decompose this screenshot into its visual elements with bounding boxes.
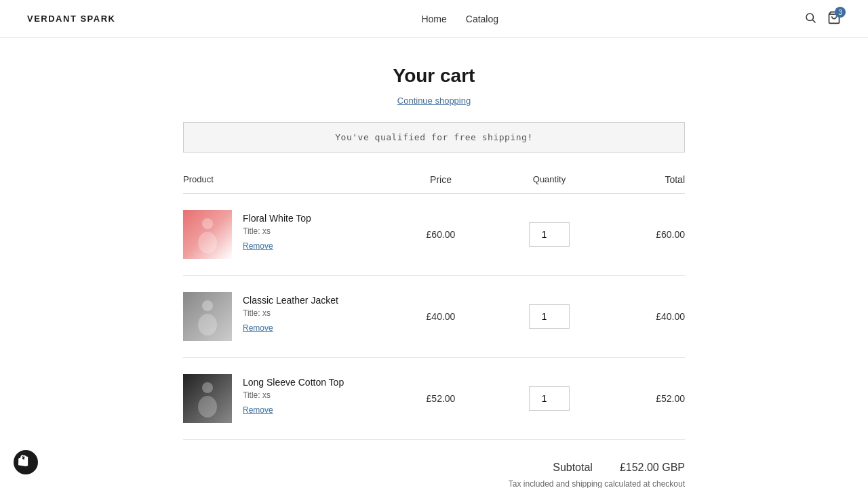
- quantity-input[interactable]: [529, 386, 570, 411]
- product-cell: Long Sleeve Cotton Top Title: xs Remove: [183, 374, 387, 423]
- product-price: £60.00: [387, 229, 495, 240]
- continue-shopping-anchor[interactable]: Continue shopping: [397, 96, 471, 106]
- page-title: Your cart: [183, 65, 685, 87]
- shopify-badge[interactable]: [14, 450, 38, 474]
- nav-catalog[interactable]: Catalog: [466, 14, 498, 24]
- svg-point-7: [202, 300, 213, 311]
- product-quantity-cell: [495, 386, 604, 411]
- col-header-total: Total: [604, 174, 685, 185]
- cart-rows: Floral White Top Title: xs Remove £60.00…: [183, 194, 685, 440]
- svg-point-0: [806, 14, 814, 21]
- remove-button[interactable]: Remove: [243, 241, 311, 251]
- col-header-price: Price: [387, 174, 495, 185]
- col-header-product: Product: [183, 174, 387, 185]
- product-info: Classic Leather Jacket Title: xs Remove: [243, 292, 338, 333]
- quantity-input[interactable]: [529, 304, 570, 329]
- free-shipping-banner: You've qualified for free shipping!: [183, 122, 685, 152]
- svg-point-10: [202, 382, 213, 393]
- product-variant: Title: xs: [243, 308, 338, 318]
- svg-point-11: [198, 396, 217, 418]
- cart-row: Classic Leather Jacket Title: xs Remove …: [183, 276, 685, 358]
- product-total: £52.00: [604, 393, 685, 404]
- product-image: [183, 210, 232, 259]
- cart-page: Your cart Continue shopping You've quali…: [170, 38, 698, 488]
- cart-icon[interactable]: 3: [827, 11, 841, 26]
- product-image: [183, 374, 232, 423]
- svg-point-5: [198, 232, 217, 253]
- tax-note: Tax included and shipping calculated at …: [183, 479, 685, 488]
- search-icon[interactable]: [804, 12, 816, 26]
- quantity-input[interactable]: [529, 222, 570, 247]
- cart-row: Floral White Top Title: xs Remove £60.00…: [183, 194, 685, 276]
- product-total: £40.00: [604, 311, 685, 322]
- product-cell: Classic Leather Jacket Title: xs Remove: [183, 292, 387, 341]
- product-variant: Title: xs: [243, 390, 344, 400]
- product-name: Floral White Top: [243, 213, 311, 224]
- cart-summary: Subtotal £152.00 GBP Tax included and sh…: [183, 462, 685, 488]
- site-header: VERDANT SPARK Home Catalog 3: [0, 0, 868, 38]
- cart-table-header: Product Price Quantity Total: [183, 174, 685, 194]
- header-icons: 3: [804, 11, 841, 26]
- cart-row: Long Sleeve Cotton Top Title: xs Remove …: [183, 358, 685, 440]
- main-nav: Home Catalog: [421, 14, 498, 24]
- product-variant: Title: xs: [243, 226, 311, 236]
- product-cell: Floral White Top Title: xs Remove: [183, 210, 387, 259]
- continue-shopping-link: Continue shopping: [183, 95, 685, 106]
- remove-button[interactable]: Remove: [243, 323, 338, 333]
- subtotal-row: Subtotal £152.00 GBP: [183, 462, 685, 474]
- subtotal-value: £152.00 GBP: [620, 462, 685, 474]
- svg-line-1: [812, 20, 815, 22]
- product-price: £52.00: [387, 393, 495, 404]
- product-total: £60.00: [604, 229, 685, 240]
- product-name: Classic Leather Jacket: [243, 295, 338, 306]
- product-quantity-cell: [495, 304, 604, 329]
- cart-badge: 3: [835, 7, 846, 18]
- subtotal-label: Subtotal: [553, 462, 593, 474]
- col-header-quantity: Quantity: [495, 174, 604, 185]
- product-info: Floral White Top Title: xs Remove: [243, 210, 311, 251]
- product-name: Long Sleeve Cotton Top: [243, 377, 344, 388]
- product-price: £40.00: [387, 311, 495, 322]
- product-info: Long Sleeve Cotton Top Title: xs Remove: [243, 374, 344, 415]
- svg-point-4: [202, 218, 213, 229]
- remove-button[interactable]: Remove: [243, 405, 344, 415]
- nav-home[interactable]: Home: [421, 14, 446, 24]
- svg-point-8: [198, 314, 217, 336]
- product-quantity-cell: [495, 222, 604, 247]
- brand-logo: VERDANT SPARK: [27, 14, 116, 24]
- product-image: [183, 292, 232, 341]
